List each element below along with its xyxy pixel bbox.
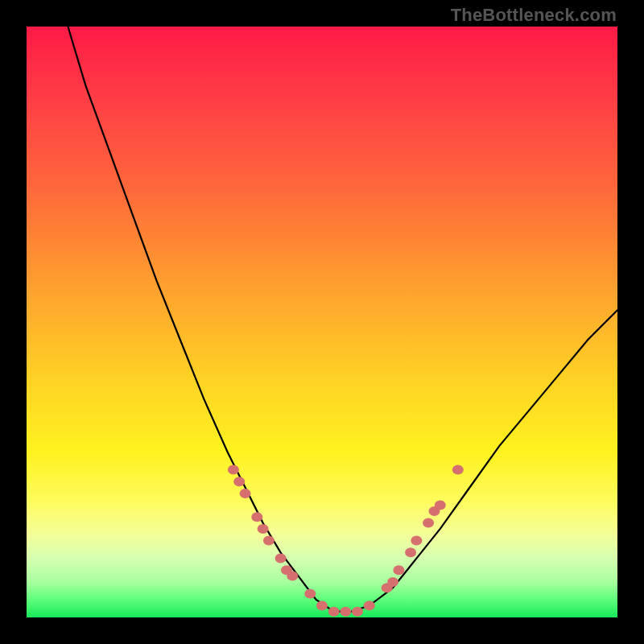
marker-right-cluster xyxy=(405,547,416,557)
marker-left-cluster xyxy=(287,572,298,581)
marker-bottom xyxy=(304,589,316,599)
marker-left-cluster xyxy=(275,554,287,564)
marker-bottom xyxy=(328,607,340,617)
marker-left-cluster xyxy=(228,465,239,475)
marker-left-cluster xyxy=(233,477,245,486)
marker-dots xyxy=(228,465,464,617)
marker-left-cluster xyxy=(240,489,251,498)
marker-left-cluster xyxy=(251,512,262,522)
marker-bottom xyxy=(364,601,375,610)
marker-bottom xyxy=(340,607,351,617)
marker-left-cluster xyxy=(258,524,269,534)
marker-right-cluster xyxy=(423,518,434,528)
bottleneck-curve xyxy=(68,27,617,612)
marker-right-cluster xyxy=(411,536,422,546)
chart-frame: TheBottleneck.com xyxy=(0,0,644,644)
chart-svg xyxy=(27,27,617,617)
marker-left-cluster xyxy=(263,536,275,546)
attribution-label: TheBottleneck.com xyxy=(451,5,617,26)
marker-right-cluster xyxy=(387,577,398,587)
plot-area xyxy=(27,27,617,617)
marker-right-cluster xyxy=(393,565,404,575)
marker-right-cluster xyxy=(435,501,446,510)
marker-bottom xyxy=(316,601,328,610)
marker-right-cluster xyxy=(452,465,464,475)
marker-bottom xyxy=(352,607,363,617)
